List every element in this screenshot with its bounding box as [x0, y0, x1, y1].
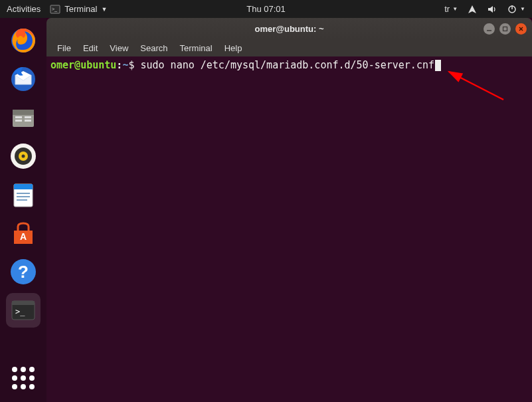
launcher-help[interactable]: ?: [6, 254, 41, 289]
thunderbird-icon: [9, 64, 38, 94]
annotation-arrow: [442, 68, 509, 102]
menu-search[interactable]: Search: [135, 41, 173, 55]
menu-file[interactable]: File: [52, 41, 76, 55]
svg-text:>_: >_: [15, 307, 25, 316]
terminal-icon: >_: [9, 296, 38, 325]
launcher-firefox[interactable]: [6, 23, 41, 58]
terminal-body[interactable]: omer@ubuntu:~$ sudo nano /etc/mysql/mari…: [46, 56, 532, 402]
svg-rect-7: [13, 110, 34, 115]
launcher-apps[interactable]: [6, 361, 41, 395]
volume-icon[interactable]: [487, 4, 497, 15]
svg-text:?: ?: [18, 262, 29, 282]
svg-text:>_: >_: [52, 7, 57, 12]
menubar: File Edit View Search Terminal Help: [46, 39, 532, 56]
menu-edit[interactable]: Edit: [78, 41, 103, 55]
close-button[interactable]: [515, 23, 527, 35]
terminal-cursor: [435, 60, 441, 71]
svg-rect-25: [12, 301, 35, 305]
terminal-icon: >_: [50, 4, 60, 15]
svg-rect-8: [15, 116, 22, 118]
prompt-dollar: $: [128, 59, 140, 71]
chevron-down-icon: ▼: [452, 6, 458, 12]
launcher-files[interactable]: [6, 100, 41, 135]
svg-rect-11: [25, 120, 31, 122]
rhythmbox-icon: [9, 142, 38, 171]
launcher-thunderbird[interactable]: [6, 62, 41, 96]
chevron-down-icon: ▼: [101, 6, 107, 13]
svg-rect-10: [25, 116, 31, 118]
files-icon: [9, 103, 38, 132]
launcher-writer[interactable]: [6, 177, 41, 212]
help-icon: ?: [9, 257, 38, 286]
launcher-rhythmbox[interactable]: [6, 139, 41, 173]
dock: A ? >_: [0, 18, 46, 402]
terminal-window: omer@ubuntu: ~ File Edit View Search Ter…: [46, 18, 532, 402]
gnome-topbar: Activities >_ Terminal ▼ Thu 07:01 tr ▼ …: [0, 0, 532, 18]
apps-grid-icon: [12, 367, 35, 389]
svg-rect-28: [503, 27, 507, 31]
prompt-user: omer@ubuntu: [50, 59, 116, 71]
menu-help[interactable]: Help: [219, 41, 248, 55]
terminal-command: sudo nano /etc/mysql/mariadb.conf.d/50-s…: [140, 59, 434, 71]
clock[interactable]: Thu 07:01: [246, 4, 286, 14]
svg-point-15: [22, 155, 25, 158]
app-menu[interactable]: >_ Terminal ▼: [50, 4, 107, 15]
menu-terminal[interactable]: Terminal: [175, 41, 218, 55]
maximize-button[interactable]: [499, 23, 511, 35]
firefox-icon: [9, 26, 38, 55]
svg-line-31: [449, 72, 503, 100]
minimize-button[interactable]: [484, 23, 495, 35]
input-source-indicator[interactable]: tr: [444, 4, 450, 14]
network-icon[interactable]: [467, 4, 478, 15]
svg-rect-9: [15, 120, 22, 122]
menu-view[interactable]: View: [104, 41, 133, 55]
window-titlebar[interactable]: omer@ubuntu: ~: [46, 18, 532, 39]
software-icon: A: [9, 219, 38, 248]
window-title: omer@ubuntu: ~: [254, 24, 323, 34]
power-icon[interactable]: [507, 4, 517, 15]
activities-button[interactable]: Activities: [7, 4, 41, 14]
svg-rect-17: [14, 184, 33, 189]
writer-icon: [9, 180, 38, 209]
launcher-software[interactable]: A: [6, 216, 41, 251]
chevron-down-icon: ▼: [520, 6, 525, 12]
launcher-terminal[interactable]: >_: [6, 293, 41, 328]
svg-text:A: A: [20, 231, 27, 242]
